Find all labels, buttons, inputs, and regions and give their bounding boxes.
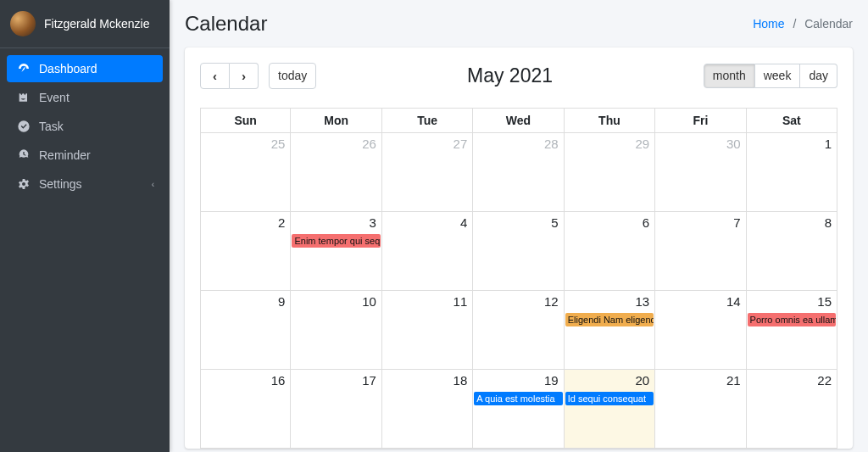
calendar-weeks: 252627282930123Enim tempor qui sequ45678… xyxy=(200,133,837,449)
calendar-day[interactable]: 6 xyxy=(565,212,655,291)
day-number: 17 xyxy=(362,373,376,388)
day-events: A quia est molestia xyxy=(474,392,562,406)
day-number: 6 xyxy=(643,215,649,230)
calendar-week: 23Enim tempor qui sequ45678 xyxy=(200,212,837,291)
calendar-day[interactable]: 17 xyxy=(291,370,381,449)
today-button[interactable]: today xyxy=(269,63,316,89)
sidebar-item-event[interactable]: Event xyxy=(7,84,163,111)
calendar-day[interactable]: 16 xyxy=(200,370,291,449)
view-month-button[interactable]: month xyxy=(704,64,755,89)
dow-header: Thu xyxy=(565,109,655,133)
calendar-day[interactable]: 7 xyxy=(655,212,746,291)
sidebar-nav: DashboardEventTaskReminderSettings‹ xyxy=(0,48,170,206)
day-number: 16 xyxy=(271,373,286,388)
view-day-button[interactable]: day xyxy=(800,64,837,89)
avatar xyxy=(10,11,36,36)
prev-button[interactable]: ‹ xyxy=(200,63,230,89)
day-number: 20 xyxy=(635,373,649,388)
calendar-toolbar: ‹ › today May 2021 month week day xyxy=(200,63,837,89)
day-number: 12 xyxy=(544,294,559,309)
calendar-day[interactable]: 22 xyxy=(747,370,837,449)
calendar-event[interactable]: A quia est molestia xyxy=(474,392,562,405)
day-number: 8 xyxy=(825,215,832,230)
sidebar-item-label: Reminder xyxy=(39,148,91,162)
calendar-day[interactable]: 8 xyxy=(747,212,837,291)
chevron-left-icon: ‹ xyxy=(152,180,154,189)
day-number: 5 xyxy=(551,215,558,230)
calendar-day[interactable]: 13Eligendi Nam eligend xyxy=(565,291,655,370)
calendar-day[interactable]: 11 xyxy=(382,291,473,370)
task-icon xyxy=(15,120,32,133)
calendar-day[interactable]: 25 xyxy=(200,133,291,212)
content-header: Calendar Home / Calendar xyxy=(185,12,853,36)
day-number: 10 xyxy=(362,294,376,309)
calendar-day[interactable]: 29 xyxy=(565,133,655,212)
calendar-day[interactable]: 1 xyxy=(747,133,837,212)
calendar-day[interactable]: 2 xyxy=(200,212,291,291)
day-number: 22 xyxy=(817,373,832,388)
sidebar-item-label: Settings xyxy=(39,177,82,191)
dow-header: Fri xyxy=(655,109,746,133)
calendar-day[interactable]: 30 xyxy=(655,133,746,212)
calendar-day[interactable]: 27 xyxy=(382,133,473,212)
day-of-week-header: SunMonTueWedThuFriSat xyxy=(200,109,837,133)
settings-icon xyxy=(15,177,32,191)
sidebar-item-reminder[interactable]: Reminder xyxy=(7,142,163,169)
calendar-day[interactable]: 18 xyxy=(382,370,473,449)
calendar-day[interactable]: 20Id sequi consequat xyxy=(565,370,655,449)
day-number: 25 xyxy=(271,137,286,151)
day-number: 19 xyxy=(544,373,559,388)
dow-header: Wed xyxy=(473,109,564,133)
day-number: 13 xyxy=(635,294,649,309)
sidebar-item-settings[interactable]: Settings‹ xyxy=(7,170,163,198)
view-week-button[interactable]: week xyxy=(755,64,801,89)
calendar-event[interactable]: Eligendi Nam eligend xyxy=(565,313,654,326)
breadcrumb: Home / Calendar xyxy=(753,17,853,31)
next-button[interactable]: › xyxy=(230,63,259,89)
breadcrumb-home[interactable]: Home xyxy=(753,17,784,31)
calendar-day[interactable]: 26 xyxy=(291,133,381,212)
day-events: Porro omnis ea ullam xyxy=(748,313,836,327)
calendar-event[interactable]: Id sequi consequat xyxy=(565,392,654,405)
day-number: 28 xyxy=(544,137,559,151)
day-number: 3 xyxy=(370,215,376,230)
calendar-day[interactable]: 3Enim tempor qui sequ xyxy=(291,212,381,291)
day-events: Id sequi consequat xyxy=(565,392,654,406)
calendar-event[interactable]: Enim tempor qui sequ xyxy=(292,234,380,248)
breadcrumb-separator: / xyxy=(787,17,801,31)
day-number: 4 xyxy=(460,215,467,230)
dow-header: Sat xyxy=(747,109,837,133)
sidebar-item-label: Task xyxy=(39,120,64,133)
sidebar-item-label: Dashboard xyxy=(39,62,97,75)
calendar-day[interactable]: 5 xyxy=(473,212,564,291)
day-number: 14 xyxy=(726,294,741,309)
calendar-day[interactable]: 12 xyxy=(473,291,564,370)
page-title: Calendar xyxy=(185,12,267,36)
sidebar: Fitzgerald Mckenzie DashboardEventTaskRe… xyxy=(0,0,170,452)
day-number: 27 xyxy=(453,137,468,151)
reminder-icon xyxy=(15,148,32,162)
calendar-day[interactable]: 14 xyxy=(655,291,746,370)
user-block: Fitzgerald Mckenzie xyxy=(0,0,170,48)
calendar-day[interactable]: 10 xyxy=(291,291,381,370)
dow-header: Mon xyxy=(291,109,381,133)
calendar-day[interactable]: 19A quia est molestia xyxy=(473,370,564,449)
calendar-day[interactable]: 15Porro omnis ea ullam xyxy=(747,291,837,370)
calendar-event[interactable]: Porro omnis ea ullam xyxy=(748,313,836,326)
calendar-day[interactable]: 4 xyxy=(382,212,473,291)
day-number: 1 xyxy=(825,137,832,151)
sidebar-item-label: Event xyxy=(39,91,70,104)
calendar-day[interactable]: 28 xyxy=(473,133,564,212)
sidebar-item-task[interactable]: Task xyxy=(7,113,163,140)
calendar-day[interactable]: 21 xyxy=(655,370,746,449)
sidebar-item-dashboard[interactable]: Dashboard xyxy=(7,55,163,82)
dow-header: Tue xyxy=(382,109,473,133)
calendar-day[interactable]: 9 xyxy=(200,291,291,370)
breadcrumb-current: Calendar xyxy=(804,17,853,31)
nav-button-group: ‹ › xyxy=(200,63,259,89)
day-number: 18 xyxy=(453,373,468,388)
day-number: 29 xyxy=(635,137,649,151)
dow-header: Sun xyxy=(200,109,291,133)
day-number: 15 xyxy=(817,294,832,309)
calendar-week: 910111213Eligendi Nam eligend1415Porro o… xyxy=(200,291,837,370)
